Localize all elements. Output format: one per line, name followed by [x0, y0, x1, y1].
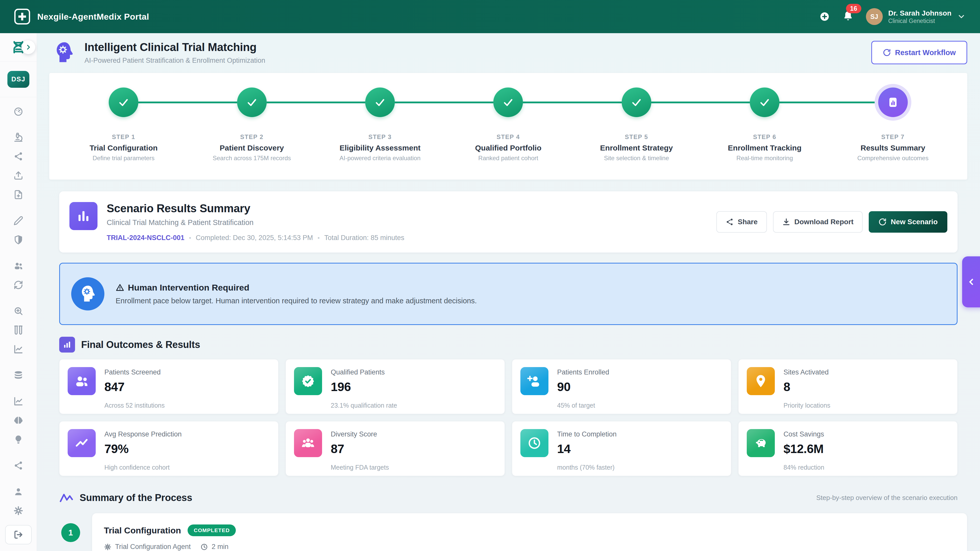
- process-step-card[interactable]: Trial Configuration COMPLETED Trial Conf…: [92, 513, 967, 551]
- dot-separator: •: [318, 234, 320, 241]
- process-section-title: Summary of the Process: [80, 492, 192, 503]
- share-network-icon[interactable]: [14, 151, 23, 161]
- restart-workflow-button[interactable]: Restart Workflow: [871, 41, 967, 64]
- pulse-icon: [59, 492, 73, 503]
- summary-title: Scenario Results Summary: [107, 202, 404, 215]
- workflow-step-4[interactable]: STEP 4 Qualified Portfolio Ranked patien…: [444, 87, 572, 162]
- process-step-row: 1 Trial Configuration COMPLETED Trial Co…: [61, 513, 967, 551]
- agent-name: Trial Configuration Agent: [115, 543, 191, 551]
- download-icon: [782, 218, 791, 226]
- check-icon: [759, 96, 771, 108]
- page-subtitle: AI-Powered Patient Stratification & Enro…: [84, 57, 265, 65]
- piggy-bank-icon: [747, 429, 775, 457]
- badge-check-icon: [294, 367, 322, 395]
- user-menu[interactable]: SJ Dr. Sarah Johnson Clinical Geneticist: [866, 8, 966, 25]
- total-duration: Total Duration: 85 minutes: [325, 234, 404, 242]
- clock-icon: [200, 543, 208, 551]
- shield-icon[interactable]: [14, 235, 23, 245]
- summary-subtitle: Clinical Trial Matching & Patient Strati…: [107, 218, 404, 227]
- share-network-icon-2[interactable]: [14, 461, 23, 470]
- alert-message: Enrollment pace below target. Human inte…: [116, 297, 477, 305]
- check-icon: [246, 96, 258, 108]
- sidebar: DSJ: [0, 33, 37, 551]
- metric-card-time-to-completion: Time to Completion 14 months (70% faster…: [512, 421, 731, 476]
- user-plus-icon: [520, 367, 549, 395]
- chevron-left-icon: [967, 277, 977, 287]
- gear-icon: [104, 543, 111, 551]
- user-icon[interactable]: [14, 487, 23, 496]
- metric-card-sites-activated: Sites Activated 8 Priority locations: [738, 359, 958, 414]
- workflow-step-5[interactable]: STEP 5 Enrollment Strategy Site selectio…: [573, 87, 700, 162]
- check-icon: [630, 96, 643, 108]
- app-title: Nexgile-AgentMedix Portal: [37, 12, 149, 22]
- metric-card-patients-screened: Patients Screened 847 Across 52 institut…: [59, 359, 278, 414]
- restart-icon: [878, 218, 886, 226]
- metric-card-cost-savings: Cost Savings $12.6M 84% reduction: [738, 421, 958, 476]
- search-zoom-icon[interactable]: [14, 306, 23, 316]
- process-step-title: Trial Configuration: [104, 526, 181, 535]
- upload-icon[interactable]: [14, 171, 23, 180]
- page-title: Intelligent Clinical Trial Matching: [84, 41, 265, 54]
- restart-icon: [883, 48, 891, 57]
- process-step-number: 1: [61, 523, 80, 542]
- share-icon: [725, 218, 734, 226]
- brain-icon[interactable]: [14, 416, 23, 425]
- metric-card-avg-response: Avg Response Prediction 79% High confide…: [59, 421, 278, 476]
- workflow-step-1[interactable]: STEP 1 Trial Configuration Define trial …: [59, 87, 188, 162]
- process-section-subtitle: Step-by-step overview of the scenario ex…: [816, 494, 958, 502]
- outcomes-grid: Patients Screened 847 Across 52 institut…: [59, 359, 958, 476]
- top-bar: Nexgile-AgentMedix Portal 16 SJ Dr. Sara…: [0, 0, 980, 33]
- workflow-stepper: STEP 1 Trial Configuration Define trial …: [49, 73, 967, 179]
- user-name: Dr. Sarah Johnson: [888, 9, 951, 17]
- dot-separator: •: [189, 234, 191, 241]
- workflow-step-7[interactable]: STEP 7 Results Summary Comprehensive out…: [829, 87, 957, 162]
- settings-gear-icon[interactable]: [14, 506, 23, 516]
- workflow-step-6[interactable]: STEP 6 Enrollment Tracking Real-time mon…: [700, 87, 829, 162]
- download-report-button[interactable]: Download Report: [773, 211, 863, 233]
- check-icon: [374, 96, 386, 108]
- metric-card-diversity-score: Diversity Score 87 Meeting FDA targets: [286, 421, 505, 476]
- trending-up-icon: [68, 429, 96, 457]
- line-chart-icon[interactable]: [14, 345, 23, 354]
- file-plus-icon[interactable]: [14, 190, 23, 200]
- logout-button[interactable]: [5, 525, 32, 545]
- status-badge: COMPLETED: [188, 524, 236, 536]
- users-group-icon: [294, 429, 322, 457]
- step-duration: 2 min: [212, 543, 228, 551]
- workflow-step-2[interactable]: STEP 2 Patient Discovery Search across 1…: [188, 87, 316, 162]
- new-scenario-button[interactable]: New Scenario: [869, 211, 947, 233]
- clock-icon: [520, 429, 549, 457]
- database-icon[interactable]: [14, 370, 23, 380]
- sidebar-expand-button[interactable]: [21, 40, 35, 54]
- user-role: Clinical Geneticist: [888, 17, 951, 24]
- test-tubes-icon[interactable]: [14, 325, 23, 335]
- alert-title: Human Intervention Required: [128, 283, 249, 292]
- head-gear-icon: [71, 277, 104, 310]
- human-intervention-alert: Human Intervention Required Enrollment p…: [59, 263, 958, 325]
- trial-id-link[interactable]: TRIAL-2024-NSCLC-001: [107, 234, 185, 242]
- workspace-badge[interactable]: DSJ: [7, 71, 29, 88]
- workflow-step-3[interactable]: STEP 3 Eligibility Assessment AI-powered…: [316, 87, 444, 162]
- refresh-icon[interactable]: [14, 280, 23, 290]
- add-circle-icon[interactable]: [819, 11, 830, 22]
- users-icon[interactable]: [14, 261, 23, 271]
- chevron-down-icon: [957, 12, 966, 21]
- line-chart-icon-2[interactable]: [14, 396, 23, 406]
- pen-icon[interactable]: [14, 216, 23, 225]
- users-icon: [68, 367, 96, 395]
- metric-card-qualified-patients: Qualified Patients 196 23.1% qualificati…: [286, 359, 505, 414]
- lightbulb-icon[interactable]: [14, 435, 23, 445]
- bar-chart-icon: [887, 96, 899, 108]
- metric-card-patients-enrolled: Patients Enrolled 90 45% of target: [512, 359, 731, 414]
- main-content: Intelligent Clinical Trial Matching AI-P…: [37, 33, 980, 551]
- avatar: SJ: [866, 8, 883, 25]
- medical-cross-logo: [14, 9, 30, 24]
- dashboard-gauge-icon[interactable]: [14, 106, 23, 116]
- chevron-right-icon: [25, 44, 32, 51]
- side-panel-toggle[interactable]: [962, 256, 980, 307]
- bar-chart-icon: [69, 202, 97, 230]
- notification-badge: 16: [846, 4, 861, 13]
- share-button[interactable]: Share: [716, 211, 767, 233]
- completed-timestamp: Completed: Dec 30, 2025, 5:14:53 PM: [196, 234, 313, 242]
- microscope-icon[interactable]: [14, 132, 23, 142]
